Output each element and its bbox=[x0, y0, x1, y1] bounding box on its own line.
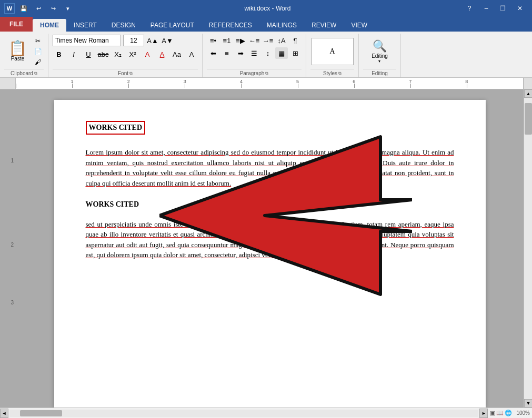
window-title: wiki.docx - Word bbox=[245, 5, 291, 12]
font-name-input[interactable] bbox=[53, 35, 121, 46]
editing-label: Editing bbox=[372, 53, 388, 59]
tab-review[interactable]: REVIEW bbox=[304, 19, 344, 32]
reading-view-btn[interactable]: 📖 bbox=[496, 410, 504, 416]
strikethrough-button[interactable]: abc bbox=[97, 48, 109, 60]
font-size-increase-btn[interactable]: A▲ bbox=[146, 35, 159, 46]
justify-button[interactable]: ☰ bbox=[248, 47, 260, 59]
tab-page-layout[interactable]: PAGE LAYOUT bbox=[143, 19, 202, 32]
align-left-button[interactable]: ⬅ bbox=[207, 47, 219, 59]
tab-mailings[interactable]: MAILINGS bbox=[259, 19, 304, 32]
cut-button[interactable]: ✂ bbox=[32, 36, 44, 46]
paste-button[interactable]: 📋 Paste bbox=[4, 39, 31, 64]
word-icon: W bbox=[4, 3, 15, 14]
align-center-button[interactable]: ≡ bbox=[220, 47, 233, 59]
ruler-right-side bbox=[524, 78, 532, 89]
font-content: A▲ A▼ B I U abc X₂ X² A A Aa A bbox=[53, 34, 198, 69]
char-spacing-button[interactable]: Aa bbox=[170, 48, 183, 60]
font-size-decrease-btn[interactable]: A▼ bbox=[161, 35, 174, 46]
editing-dropdown-icon: ▾ bbox=[378, 59, 380, 64]
close-btn[interactable]: ✕ bbox=[512, 3, 528, 14]
superscript-button[interactable]: X² bbox=[126, 48, 139, 60]
font-size-input[interactable] bbox=[123, 35, 144, 46]
border-button[interactable]: ⊞ bbox=[289, 47, 302, 59]
web-view-btn[interactable]: 🌐 bbox=[505, 410, 512, 416]
format-painter-button[interactable]: 🖌 bbox=[32, 57, 44, 67]
ribbon: 📋 Paste ✂ 📄 🖌 Clipboard ⧉ A▲ A▼ B bbox=[0, 32, 532, 78]
redo-quick-btn[interactable]: ↪ bbox=[47, 3, 59, 14]
copy-button[interactable]: 📄 bbox=[32, 47, 44, 56]
shading-button[interactable]: ▦ bbox=[275, 47, 288, 59]
ruler-track: 12345678 bbox=[16, 78, 524, 89]
highlight-button[interactable]: A bbox=[141, 48, 154, 60]
editing-button[interactable]: 🔍 Editing ▾ bbox=[367, 36, 392, 67]
hscroll-thumb[interactable] bbox=[20, 410, 62, 416]
styles-content: A bbox=[312, 34, 354, 69]
clipboard-content: 📋 Paste ✂ 📄 🖌 bbox=[4, 34, 44, 69]
scroll-down-btn[interactable]: ▼ bbox=[524, 399, 532, 407]
font-label: Font ⧉ bbox=[53, 69, 198, 77]
align-right-button[interactable]: ➡ bbox=[234, 47, 247, 59]
ruler: 12345678 bbox=[0, 78, 532, 89]
scroll-up-btn[interactable]: ▲ bbox=[524, 89, 532, 98]
styles-label: Styles ⧉ bbox=[310, 69, 354, 77]
clipboard-expand-icon[interactable]: ⧉ bbox=[34, 71, 37, 76]
title-bar: W 💾 ↩ ↪ ▾ wiki.docx - Word ? – ❐ ✕ bbox=[0, 0, 532, 17]
document[interactable]: WORKS CITED Lorem ipsum dolor sit amet, … bbox=[54, 100, 486, 407]
tab-references[interactable]: REFERENCES bbox=[202, 19, 259, 32]
scroll-thumb[interactable] bbox=[525, 103, 532, 135]
font-expand-icon[interactable]: ⧉ bbox=[129, 71, 133, 76]
help-btn[interactable]: ? bbox=[461, 3, 477, 14]
italic-button[interactable]: I bbox=[67, 48, 80, 60]
undo-quick-btn[interactable]: ↩ bbox=[33, 3, 44, 14]
restore-btn[interactable]: ❐ bbox=[495, 3, 511, 14]
font-color-button[interactable]: A bbox=[156, 48, 168, 60]
body2-text: sed ut perspiciatis unde omnis iste natu… bbox=[86, 220, 454, 259]
scroll-track[interactable] bbox=[524, 98, 532, 399]
multilevel-button[interactable]: ≡▶ bbox=[234, 35, 247, 46]
bold-button[interactable]: B bbox=[53, 48, 65, 60]
show-marks-button[interactable]: ¶ bbox=[289, 35, 302, 46]
tab-home[interactable]: HOME bbox=[33, 19, 66, 32]
print-view-btn[interactable]: ▣ bbox=[490, 410, 495, 416]
tab-design[interactable]: DESIGN bbox=[104, 19, 143, 32]
view-buttons: ▣ 📖 🌐 bbox=[488, 410, 514, 416]
clipboard-group: 📋 Paste ✂ 📄 🖌 Clipboard ⧉ bbox=[0, 34, 48, 77]
underline-button[interactable]: U bbox=[82, 48, 95, 60]
styles-group: A Styles ⧉ bbox=[306, 34, 359, 77]
decrease-indent-button[interactable]: ←≡ bbox=[248, 35, 260, 46]
sort-button[interactable]: ↕A bbox=[275, 35, 288, 46]
heading2: WORKS CITED bbox=[86, 200, 139, 208]
styles-preview: A bbox=[329, 47, 335, 56]
paragraph-group: ≡• ≡1 ≡▶ ←≡ →≡ ↕A ¶ ⬅ ≡ ➡ ☰ ↕ ▦ ⊞ Paragr… bbox=[203, 34, 306, 77]
tab-view[interactable]: VIEW bbox=[344, 19, 375, 32]
tab-insert[interactable]: INSERT bbox=[66, 19, 104, 32]
body-text-2: sed ut perspiciatis unde omnis iste natu… bbox=[86, 219, 454, 260]
line-spacing-button[interactable]: ↕ bbox=[262, 47, 274, 59]
clipboard-small-btns: ✂ 📄 🖌 bbox=[32, 36, 44, 67]
subscript-button[interactable]: X₂ bbox=[112, 48, 124, 60]
text-effects-button[interactable]: A bbox=[185, 48, 198, 60]
heading1: WORKS CITED bbox=[89, 124, 143, 131]
document-wrapper: WORKS CITED Lorem ipsum dolor sit amet, … bbox=[16, 89, 524, 407]
customize-quick-btn[interactable]: ▾ bbox=[62, 3, 74, 14]
para-row1: ≡• ≡1 ≡▶ ←≡ →≡ ↕A ¶ bbox=[207, 35, 302, 46]
hscroll-track[interactable] bbox=[9, 410, 478, 417]
styles-expand-icon[interactable]: ⧉ bbox=[338, 71, 342, 76]
save-quick-btn[interactable]: 💾 bbox=[18, 3, 29, 14]
paragraph-expand-icon[interactable]: ⧉ bbox=[265, 71, 268, 76]
paste-icon: 📋 bbox=[8, 41, 27, 56]
font-row2: B I U abc X₂ X² A A Aa A bbox=[53, 48, 198, 60]
hscroll-right-btn[interactable]: ► bbox=[479, 409, 488, 418]
body1-text: Lorem ipsum dolor sit amet, consectetur … bbox=[86, 148, 454, 187]
numbering-button[interactable]: ≡1 bbox=[220, 35, 233, 46]
styles-gallery[interactable]: A bbox=[312, 38, 354, 65]
paragraph-label: Paragraph ⧉ bbox=[207, 69, 302, 77]
hscroll-left-btn[interactable]: ◄ bbox=[0, 409, 8, 418]
tab-file[interactable]: FILE bbox=[0, 17, 33, 32]
status-bar: ◄ ► ▣ 📖 🌐 100% bbox=[0, 407, 532, 418]
paste-label: Paste bbox=[11, 56, 25, 62]
minimize-btn[interactable]: – bbox=[478, 3, 494, 14]
bullets-button[interactable]: ≡• bbox=[207, 35, 219, 46]
increase-indent-button[interactable]: →≡ bbox=[262, 35, 274, 46]
vertical-scrollbar: ▲ ▼ bbox=[524, 89, 532, 407]
